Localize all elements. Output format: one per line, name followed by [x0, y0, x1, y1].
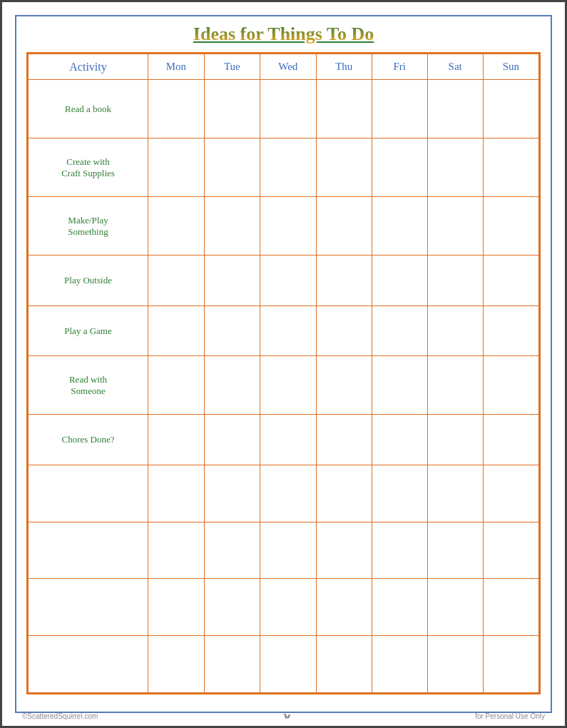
data-cell-row5-day6[interactable]	[483, 356, 538, 415]
data-cell-row0-day0[interactable]	[148, 80, 205, 138]
data-cell-row0-day2[interactable]	[260, 80, 316, 138]
data-cell-row1-day3[interactable]	[316, 138, 372, 197]
data-cell-row1-day4[interactable]	[372, 138, 427, 197]
data-cell-row3-day5[interactable]	[427, 256, 483, 305]
data-cell-row7-day2[interactable]	[260, 465, 316, 522]
data-cell-row0-day4[interactable]	[372, 80, 427, 138]
data-cell-row6-day0[interactable]	[148, 415, 205, 465]
data-cell-row6-day2[interactable]	[260, 415, 316, 465]
data-cell-row0-day5[interactable]	[427, 80, 483, 138]
data-cell-row9-day6[interactable]	[483, 579, 538, 636]
data-cell-row5-day1[interactable]	[204, 356, 260, 415]
data-cell-row5-day3[interactable]	[316, 356, 372, 415]
data-cell-row6-day4[interactable]	[372, 415, 427, 465]
activity-cell-4: Play a Game	[29, 305, 148, 355]
footer-copyright: ©ScatteredSquirrel.com	[22, 712, 98, 720]
data-cell-row10-day1[interactable]	[204, 636, 260, 693]
footer-squirrel: 🐿	[283, 712, 290, 720]
data-cell-row9-day1[interactable]	[204, 579, 260, 636]
data-cell-row3-day6[interactable]	[483, 256, 538, 305]
page-title: Ideas for Things To Do	[26, 24, 541, 45]
data-cell-row4-day3[interactable]	[316, 305, 372, 355]
data-cell-row7-day3[interactable]	[316, 465, 372, 522]
data-cell-row6-day3[interactable]	[316, 415, 372, 465]
data-cell-row4-day4[interactable]	[372, 305, 427, 355]
data-cell-row7-day1[interactable]	[204, 465, 260, 522]
table-row: Chores Done?	[29, 415, 539, 465]
data-cell-row4-day5[interactable]	[427, 305, 483, 355]
data-cell-row4-day0[interactable]	[148, 305, 205, 355]
data-cell-row10-day5[interactable]	[427, 636, 483, 693]
data-cell-row2-day6[interactable]	[483, 197, 538, 256]
data-cell-row0-day6[interactable]	[483, 80, 538, 138]
data-cell-row10-day4[interactable]	[372, 636, 427, 693]
data-cell-row3-day0[interactable]	[148, 256, 205, 305]
data-cell-row4-day1[interactable]	[204, 305, 260, 355]
data-cell-row2-day1[interactable]	[204, 197, 260, 256]
data-cell-row5-day5[interactable]	[427, 356, 483, 415]
data-cell-row6-day5[interactable]	[427, 415, 483, 465]
data-cell-row1-day6[interactable]	[483, 138, 538, 197]
data-cell-row3-day1[interactable]	[204, 256, 260, 305]
data-cell-row5-day4[interactable]	[372, 356, 427, 415]
data-cell-row7-day5[interactable]	[427, 465, 483, 522]
data-cell-row3-day4[interactable]	[372, 256, 427, 305]
data-cell-row8-day2[interactable]	[260, 522, 316, 579]
data-cell-row0-day3[interactable]	[316, 80, 372, 138]
data-cell-row4-day2[interactable]	[260, 305, 316, 355]
column-header-thu: Thu	[316, 54, 372, 80]
table-row: Play Outside	[29, 256, 539, 305]
data-cell-row8-day3[interactable]	[316, 522, 372, 579]
table-row: Create with Craft Supplies	[29, 138, 539, 197]
data-cell-row7-day0[interactable]	[148, 465, 205, 522]
activity-cell-8	[29, 522, 148, 579]
data-cell-row2-day4[interactable]	[372, 197, 427, 256]
activity-cell-3: Play Outside	[29, 256, 148, 305]
column-header-tue: Tue	[204, 54, 260, 80]
data-cell-row7-day6[interactable]	[483, 465, 538, 522]
table-row	[29, 465, 539, 522]
data-cell-row9-day5[interactable]	[427, 579, 483, 636]
table-row: Play a Game	[29, 305, 539, 355]
data-cell-row0-day1[interactable]	[204, 80, 260, 138]
data-cell-row8-day4[interactable]	[372, 522, 427, 579]
data-cell-row6-day6[interactable]	[483, 415, 538, 465]
data-cell-row10-day0[interactable]	[148, 636, 205, 693]
data-cell-row7-day4[interactable]	[372, 465, 427, 522]
data-cell-row1-day2[interactable]	[260, 138, 316, 197]
data-cell-row4-day6[interactable]	[483, 305, 538, 355]
data-cell-row2-day0[interactable]	[148, 197, 205, 256]
data-cell-row8-day0[interactable]	[148, 522, 205, 579]
data-cell-row8-day6[interactable]	[483, 522, 538, 579]
data-cell-row2-day3[interactable]	[316, 197, 372, 256]
data-cell-row10-day2[interactable]	[260, 636, 316, 693]
data-cell-row5-day2[interactable]	[260, 356, 316, 415]
data-cell-row9-day4[interactable]	[372, 579, 427, 636]
data-cell-row1-day0[interactable]	[148, 138, 205, 197]
data-cell-row2-day5[interactable]	[427, 197, 483, 256]
data-cell-row5-day0[interactable]	[148, 356, 205, 415]
data-cell-row6-day1[interactable]	[204, 415, 260, 465]
column-header-mon: Mon	[148, 54, 205, 80]
activity-cell-10	[29, 636, 148, 693]
activity-table: Activity Mon Tue Wed Thu Fri Sat Sun Rea…	[28, 54, 539, 693]
data-cell-row1-day5[interactable]	[427, 138, 483, 197]
activity-cell-9	[29, 579, 148, 636]
data-cell-row10-day3[interactable]	[316, 636, 372, 693]
table-container: Activity Mon Tue Wed Thu Fri Sat Sun Rea…	[26, 52, 541, 694]
page: Ideas for Things To Do Activity Mon Tue …	[0, 0, 567, 728]
data-cell-row1-day1[interactable]	[204, 138, 260, 197]
data-cell-row9-day3[interactable]	[316, 579, 372, 636]
footer: ©ScatteredSquirrel.com 🐿 for Personal Us…	[2, 712, 565, 720]
table-row: Read a book	[29, 80, 539, 138]
data-cell-row8-day1[interactable]	[204, 522, 260, 579]
data-cell-row3-day2[interactable]	[260, 256, 316, 305]
data-cell-row2-day2[interactable]	[260, 197, 316, 256]
data-cell-row10-day6[interactable]	[483, 636, 538, 693]
data-cell-row9-day2[interactable]	[260, 579, 316, 636]
data-cell-row9-day0[interactable]	[148, 579, 205, 636]
activity-cell-7	[29, 465, 148, 522]
activity-cell-5: Read with Someone	[29, 356, 148, 415]
data-cell-row3-day3[interactable]	[316, 256, 372, 305]
data-cell-row8-day5[interactable]	[427, 522, 483, 579]
